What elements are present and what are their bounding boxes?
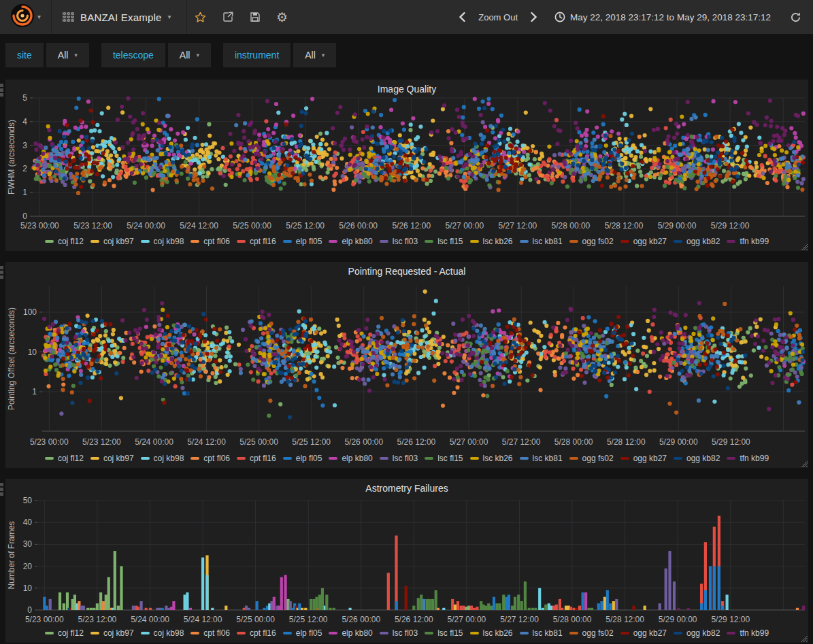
- variable-site-dropdown[interactable]: All ▾: [46, 43, 89, 67]
- panel-drag-handle[interactable]: [0, 266, 5, 279]
- legend-item-coj-kb97[interactable]: coj kb97: [90, 454, 134, 463]
- legend-marker: [190, 457, 199, 460]
- svg-text:5/29 00:00: 5/29 00:00: [658, 221, 697, 231]
- chevron-left-icon: [458, 12, 466, 22]
- time-range-picker[interactable]: May 22, 2018 23:17:12 to May 29, 2018 23…: [554, 12, 771, 22]
- legend-marker: [141, 240, 150, 243]
- pointing-offset-chart-canvas[interactable]: 5/23 00:005/23 12:005/24 00:005/24 12:00…: [5, 262, 808, 468]
- legend-label: coj kb98: [154, 237, 184, 246]
- image-quality-legend: coj fl12coj kb97coj kb98cpt fl06cpt fl16…: [5, 237, 808, 246]
- panel-drag-handle[interactable]: [0, 84, 5, 97]
- legend-item-ogg-kb27[interactable]: ogg kb27: [620, 628, 667, 638]
- panel-astrometry-failures: Astrometry Failures 5/23 00:005/23 12:00…: [5, 479, 808, 643]
- legend-label: coj kb98: [154, 628, 184, 638]
- legend-item-ogg-fs02[interactable]: ogg fs02: [569, 628, 614, 638]
- panel-drag-handle[interactable]: [0, 483, 5, 496]
- variable-instrument-dropdown[interactable]: All ▾: [293, 43, 336, 67]
- variable-telescope-dropdown[interactable]: All ▾: [168, 43, 211, 67]
- svg-text:5/27 00:00: 5/27 00:00: [448, 615, 486, 624]
- dashboard-grid-icon: [63, 12, 74, 22]
- legend-item-cpt-fl16[interactable]: cpt fl16: [237, 237, 276, 246]
- dashboard-title-dropdown[interactable]: BANZAI Example ▾: [52, 0, 187, 34]
- legend-item-lsc-fl15[interactable]: lsc fl15: [425, 237, 463, 246]
- svg-text:5/23 00:00: 5/23 00:00: [25, 615, 64, 624]
- chevron-down-icon: ▾: [74, 52, 78, 58]
- legend-item-elp-kb80[interactable]: elp kb80: [329, 628, 372, 638]
- legend-item-lsc-kb26[interactable]: lsc kb26: [470, 237, 513, 246]
- legend-item-elp-fl05[interactable]: elp fl05: [283, 237, 322, 246]
- legend-item-coj-kb97[interactable]: coj kb97: [90, 628, 134, 638]
- image-quality-chart-canvas[interactable]: 5/23 00:005/23 12:005/24 00:005/24 12:00…: [5, 80, 808, 251]
- gear-icon: ⚙: [276, 11, 288, 24]
- legend-item-lsc-fl15[interactable]: lsc fl15: [425, 628, 463, 638]
- legend-item-ogg-kb82[interactable]: ogg kb82: [674, 237, 720, 246]
- share-button[interactable]: [214, 0, 242, 34]
- legend-label: lsc fl15: [437, 454, 463, 463]
- legend-item-ogg-kb82[interactable]: ogg kb82: [674, 454, 720, 463]
- legend-item-ogg-kb27[interactable]: ogg kb27: [620, 454, 667, 463]
- legend-item-lsc-kb81[interactable]: lsc kb81: [520, 628, 563, 638]
- legend-item-coj-fl12[interactable]: coj fl12: [45, 454, 84, 463]
- legend-item-lsc-fl03[interactable]: lsc fl03: [380, 628, 418, 638]
- legend-item-coj-kb98[interactable]: coj kb98: [141, 454, 184, 463]
- legend-item-cpt-fl06[interactable]: cpt fl06: [190, 237, 230, 246]
- legend-item-lsc-fl03[interactable]: lsc fl03: [380, 237, 418, 246]
- save-button[interactable]: [242, 0, 269, 34]
- legend-item-lsc-kb81[interactable]: lsc kb81: [520, 454, 563, 463]
- legend-item-ogg-fs02[interactable]: ogg fs02: [569, 454, 614, 463]
- legend-label: ogg kb82: [686, 454, 720, 463]
- legend-item-elp-kb80[interactable]: elp kb80: [329, 454, 372, 463]
- legend-item-lsc-fl03[interactable]: lsc fl03: [380, 454, 418, 463]
- refresh-button[interactable]: [783, 0, 808, 34]
- panel-title[interactable]: Astrometry Failures: [5, 483, 808, 494]
- legend-item-ogg-kb82[interactable]: ogg kb82: [674, 628, 720, 638]
- dashboard-title: BANZAI Example: [80, 12, 162, 23]
- legend-item-elp-kb80[interactable]: elp kb80: [329, 237, 372, 246]
- legend-item-elp-fl05[interactable]: elp fl05: [283, 628, 322, 638]
- legend-item-coj-kb98[interactable]: coj kb98: [141, 628, 184, 638]
- time-range-text: May 22, 2018 23:17:12 to May 29, 2018 23…: [570, 12, 771, 22]
- legend-item-ogg-kb27[interactable]: ogg kb27: [620, 237, 667, 246]
- legend-marker: [727, 632, 735, 634]
- legend-item-coj-fl12[interactable]: coj fl12: [45, 628, 84, 638]
- legend-item-elp-fl05[interactable]: elp fl05: [283, 454, 322, 463]
- chevron-down-icon: ▾: [37, 14, 41, 20]
- legend-marker: [425, 240, 433, 243]
- legend-label: ogg fs02: [582, 454, 614, 463]
- legend-item-ogg-fs02[interactable]: ogg fs02: [569, 237, 614, 246]
- grafana-main-menu[interactable]: ▾: [0, 0, 52, 34]
- svg-text:5/28 12:00: 5/28 12:00: [607, 437, 646, 447]
- settings-button[interactable]: ⚙: [269, 0, 296, 34]
- zoom-out-button[interactable]: Zoom Out: [476, 12, 520, 22]
- legend-item-cpt-fl06[interactable]: cpt fl06: [190, 628, 230, 638]
- legend-item-coj-kb98[interactable]: coj kb98: [141, 237, 184, 246]
- star-button[interactable]: [187, 0, 214, 34]
- legend-label: coj kb97: [103, 237, 134, 246]
- refresh-icon: [790, 12, 801, 23]
- legend-item-tfn-kb99[interactable]: tfn kb99: [727, 237, 769, 246]
- legend-item-coj-kb97[interactable]: coj kb97: [90, 237, 134, 246]
- legend-item-cpt-fl16[interactable]: cpt fl16: [237, 454, 276, 463]
- time-shift-forward-button[interactable]: [525, 0, 544, 34]
- legend-item-lsc-kb26[interactable]: lsc kb26: [470, 454, 513, 463]
- time-shift-back-button[interactable]: [452, 0, 471, 34]
- legend-item-tfn-kb99[interactable]: tfn kb99: [727, 628, 769, 638]
- legend-marker: [45, 240, 54, 243]
- legend-item-lsc-kb81[interactable]: lsc kb81: [520, 237, 563, 246]
- astrometry-failures-chart-canvas[interactable]: 5/23 00:005/23 12:005/24 00:005/24 12:00…: [5, 479, 808, 643]
- chevron-down-icon: ▾: [322, 52, 325, 58]
- legend-label: ogg fs02: [582, 237, 614, 246]
- legend-marker: [674, 240, 682, 243]
- legend-item-cpt-fl06[interactable]: cpt fl06: [190, 454, 230, 463]
- panel-title[interactable]: Image Quality: [5, 84, 808, 95]
- legend-marker: [90, 632, 99, 634]
- legend-marker: [45, 457, 54, 460]
- legend-item-lsc-kb26[interactable]: lsc kb26: [470, 628, 513, 638]
- legend-item-tfn-kb99[interactable]: tfn kb99: [727, 454, 769, 463]
- svg-text:1: 1: [22, 188, 27, 197]
- clock-icon: [554, 12, 565, 22]
- legend-item-cpt-fl16[interactable]: cpt fl16: [237, 628, 276, 638]
- legend-item-coj-fl12[interactable]: coj fl12: [45, 237, 84, 246]
- legend-item-lsc-fl15[interactable]: lsc fl15: [425, 454, 463, 463]
- panel-title[interactable]: Pointing Requested - Actual: [5, 266, 808, 277]
